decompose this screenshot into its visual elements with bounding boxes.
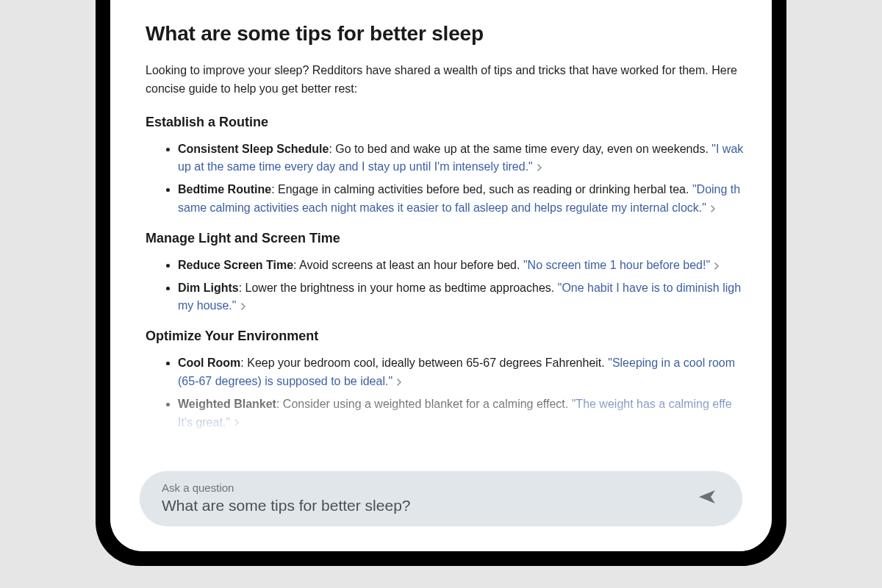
list-item: Bedtime Routine: Engage in calming activ…	[178, 181, 748, 218]
chevron-right-icon	[536, 164, 543, 171]
item-body: : Avoid screens at least an hour before …	[293, 259, 523, 271]
list-item: Consistent Sleep Schedule: Go to bed and…	[178, 140, 748, 177]
chevron-right-icon	[713, 262, 720, 270]
chevron-right-icon	[240, 303, 247, 310]
list-item: Reduce Screen Time: Avoid screens at lea…	[178, 257, 748, 275]
item-label: Reduce Screen Time	[178, 259, 293, 271]
chevron-right-icon	[233, 419, 240, 426]
item-body: : Consider using a weighted blanket for …	[276, 398, 572, 410]
item-body: : Keep your bedroom cool, ideally betwee…	[240, 356, 608, 369]
item-body: : Go to bed and wake up at the same time…	[329, 143, 711, 155]
item-body: : Lower the brightness in your home as b…	[239, 282, 558, 294]
screen-surface: What are some tips for better sleep Look…	[110, 0, 772, 551]
section-heading-routine: Establish a Routine	[146, 115, 748, 130]
ask-question-bar[interactable]: Ask a question	[140, 471, 742, 526]
item-label: Weighted Blanket	[178, 398, 276, 410]
list-light: Reduce Screen Time: Avoid screens at lea…	[146, 257, 748, 315]
item-body: : Engage in calming activities before be…	[271, 183, 692, 196]
intro-paragraph: Looking to improve your sleep? Redditors…	[146, 62, 748, 98]
quote-link[interactable]: "No screen time 1 hour before bed!"	[523, 259, 710, 271]
item-label: Cool Room	[178, 356, 240, 369]
list-routine: Consistent Sleep Schedule: Go to bed and…	[146, 140, 748, 218]
section-heading-environment: Optimize Your Environment	[146, 329, 748, 344]
ask-label: Ask a question	[162, 481, 691, 494]
list-item: Dim Lights: Lower the brightness in your…	[178, 279, 748, 316]
item-label: Dim Lights	[178, 282, 239, 294]
list-item: Weighted Blanket: Consider using a weigh…	[178, 395, 748, 432]
tablet-frame: What are some tips for better sleep Look…	[96, 0, 786, 566]
page-title: What are some tips for better sleep	[146, 22, 748, 46]
list-environment: Cool Room: Keep your bedroom cool, ideal…	[146, 354, 748, 431]
send-icon	[696, 486, 718, 511]
ask-input[interactable]	[162, 497, 691, 514]
ask-text-group: Ask a question	[162, 481, 691, 514]
article-content: What are some tips for better sleep Look…	[110, 0, 772, 551]
chevron-right-icon	[709, 205, 717, 212]
chevron-right-icon	[395, 379, 403, 386]
item-label: Consistent Sleep Schedule	[178, 143, 329, 155]
section-heading-light: Manage Light and Screen Time	[146, 231, 748, 246]
item-label: Bedtime Routine	[178, 183, 271, 196]
send-button[interactable]	[691, 482, 723, 514]
list-item: Cool Room: Keep your bedroom cool, ideal…	[178, 354, 748, 391]
